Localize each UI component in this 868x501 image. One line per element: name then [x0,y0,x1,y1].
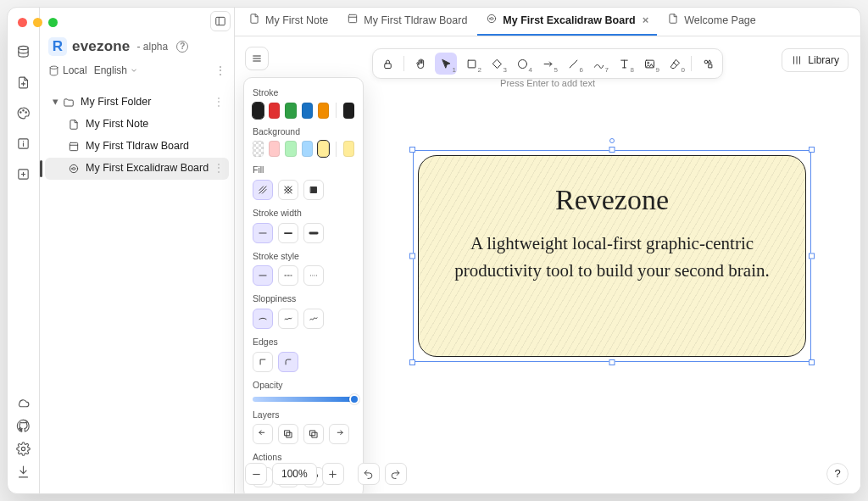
tree-note[interactable]: My First Note [45,114,229,136]
layer-to-back[interactable] [253,424,273,444]
zoom-out-button[interactable] [245,463,267,485]
app-suffix: - alpha [137,40,169,54]
opacity-thumb[interactable] [349,394,359,404]
macos-close[interactable] [18,18,27,27]
style-dashed[interactable] [278,265,298,286]
bg-color-swatch[interactable] [285,141,296,157]
stroke-bold[interactable] [303,223,324,243]
tool-arrow[interactable]: 5 [537,53,559,75]
bg-color-swatch[interactable] [253,141,264,157]
library-button[interactable]: Library [782,48,849,72]
sidebar-more-icon[interactable]: ⋮ [215,64,225,78]
svg-point-1 [20,111,21,112]
tool-selection[interactable]: 1 [435,53,457,75]
tool-diamond[interactable]: 3 [486,53,508,75]
slop-architect[interactable] [253,309,273,329]
macos-zoom[interactable] [48,18,58,27]
help-icon[interactable]: ? [176,41,188,53]
resize-handle-rm[interactable] [809,253,815,259]
item-more-icon[interactable]: ⋮ [214,95,224,109]
fill-solid[interactable] [303,180,324,200]
stroke-color-swatch[interactable] [285,103,296,119]
canvas-menu-button[interactable] [245,47,269,70]
add-file-icon[interactable] [14,73,33,92]
selection-frame[interactable]: Revezone A lightweight local-first graph… [413,150,811,362]
info-icon[interactable] [14,134,33,153]
rotate-handle[interactable] [609,138,615,143]
redo-button[interactable] [385,463,407,485]
sidebar-collapse-button[interactable] [210,11,231,31]
layer-backward[interactable] [278,424,298,444]
bg-current-swatch[interactable] [343,141,354,157]
style-dotted[interactable] [303,265,324,286]
edge-round[interactable] [278,352,298,372]
stroke-thin[interactable] [253,223,273,243]
database-icon[interactable] [14,42,33,61]
opacity-slider[interactable] [253,397,354,402]
card-body[interactable]: A lightweight local-first graphic-centri… [439,231,785,284]
bg-color-swatch[interactable] [318,141,329,157]
app-logo: R [48,37,67,56]
tool-eraser[interactable]: 0 [664,53,686,75]
resize-handle-bm[interactable] [609,359,615,365]
settings-icon[interactable] [14,439,33,458]
edge-sharp[interactable] [253,352,273,372]
zoom-in-button[interactable] [322,463,344,485]
svg-point-2 [23,109,24,110]
slop-artist[interactable] [278,309,298,329]
layer-to-front[interactable] [329,424,349,444]
tree-tldraw[interactable]: My First Tldraw Board [45,136,229,158]
download-icon[interactable] [14,462,33,481]
item-more-icon[interactable]: ⋮ [214,161,224,175]
resize-handle-tr[interactable] [809,147,815,153]
stroke-current-swatch[interactable] [343,103,354,119]
tree-folder[interactable]: ▾ My First Folder ⋮ [45,92,229,114]
slop-cartoonist[interactable] [303,309,324,329]
tool-lock[interactable] [376,53,398,75]
tool-rectangle[interactable]: 2 [460,53,482,75]
fill-cross[interactable] [278,180,298,200]
tool-text[interactable]: 8 [613,53,635,75]
github-icon[interactable] [14,416,33,435]
help-button[interactable]: ? [826,463,849,485]
tab-excalidraw[interactable]: My First Excalidraw Board × [477,8,657,36]
resize-handle-lm[interactable] [409,253,415,259]
storage-location[interactable]: Local [48,64,87,78]
tool-shapes[interactable] [697,53,719,75]
resize-handle-br[interactable] [809,359,815,365]
tab-welcome[interactable]: Welcome Page [659,8,765,36]
tool-line[interactable]: 6 [562,53,584,75]
card-title[interactable]: Revezone [419,180,805,220]
tab-tldraw[interactable]: My First Tldraw Board [338,8,476,36]
language-select[interactable]: English [94,64,138,78]
tab-note[interactable]: My First Note [240,8,337,36]
bg-color-swatch[interactable] [302,141,313,157]
canvas[interactable]: 1 2 3 4 5 6 7 8 9 0 Press Enter to add t… [235,36,860,493]
stroke-color-swatch[interactable] [302,103,313,119]
resize-handle-bl[interactable] [409,359,415,365]
close-icon[interactable]: × [643,13,649,28]
stroke-color-swatch[interactable] [269,103,280,119]
stroke-color-swatch[interactable] [318,103,329,119]
resize-handle-tm[interactable] [609,147,615,153]
stroke-color-swatch[interactable] [253,103,264,119]
cloud-icon[interactable] [14,393,33,412]
undo-button[interactable] [358,463,380,485]
palette-icon[interactable] [14,103,33,122]
tree-excalidraw[interactable]: My First Excalidraw Board ⋮ [45,158,229,180]
tool-image[interactable]: 9 [638,53,660,75]
tool-hand[interactable] [409,53,431,75]
tool-ellipse[interactable]: 4 [511,53,533,75]
macos-minimize[interactable] [33,18,42,27]
selected-rectangle[interactable]: Revezone A lightweight local-first graph… [418,155,806,357]
tool-draw[interactable]: 7 [587,53,609,75]
layer-forward[interactable] [303,424,324,444]
resize-handle-tl[interactable] [409,147,415,153]
stroke-med[interactable] [278,223,298,243]
zoom-display[interactable]: 100% [272,463,317,485]
add-board-icon[interactable] [14,164,33,183]
bg-color-swatch[interactable] [269,141,280,157]
fill-hachure[interactable] [253,180,273,200]
svg-rect-9 [70,142,77,150]
style-solid[interactable] [253,265,273,286]
